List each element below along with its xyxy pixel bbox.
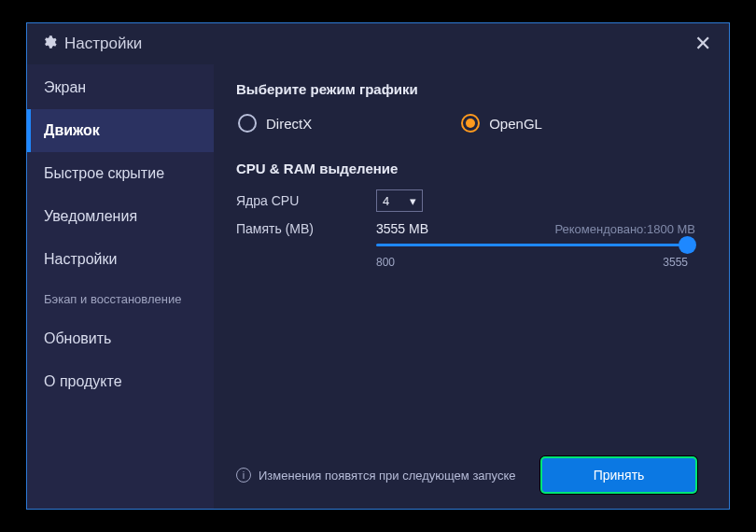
sidebar-item-label: Бэкап и восстановление: [44, 292, 181, 306]
cpu-row: Ядра CPU 4 ▾: [236, 189, 695, 212]
sidebar-item-about[interactable]: О продукте: [27, 360, 214, 403]
slider-track: [376, 244, 688, 246]
memory-recommended: Рекомендовано:1800 MB: [554, 222, 695, 236]
slider-labels: 800 3555: [376, 256, 688, 269]
radio-icon: [238, 114, 257, 133]
sidebar-item-engine[interactable]: Движок: [27, 109, 214, 152]
cpu-cores-select[interactable]: 4 ▾: [376, 189, 423, 212]
slider-min: 800: [376, 256, 395, 269]
memory-slider[interactable]: 800 3555: [376, 244, 695, 269]
settings-window: Настройки ✕ Экран Движок Быстрое скрытие…: [26, 22, 730, 510]
window-body: Экран Движок Быстрое скрытие Уведомления…: [27, 64, 729, 509]
gear-icon: [42, 35, 57, 53]
titlebar-left: Настройки: [42, 35, 142, 53]
sidebar-item-update[interactable]: Обновить: [27, 317, 214, 360]
memory-label: Память (MB): [236, 221, 376, 236]
radio-opengl[interactable]: OpenGL: [461, 114, 542, 133]
slider-thumb[interactable]: [679, 236, 696, 254]
sidebar-item-settings[interactable]: Настройки: [27, 238, 214, 281]
sidebar-item-label: Движок: [44, 122, 100, 138]
sidebar-item-label: Уведомления: [44, 208, 137, 224]
memory-value: 3555 MB: [376, 221, 516, 236]
sidebar-item-label: Экран: [44, 79, 86, 95]
content-panel: Выберите режим графики DirectX OpenGL CP…: [214, 64, 729, 509]
radio-label: OpenGL: [489, 116, 542, 132]
titlebar: Настройки ✕: [27, 23, 729, 64]
chevron-down-icon: ▾: [410, 194, 416, 208]
cpu-label: Ядра CPU: [236, 193, 376, 208]
info-icon: i: [236, 468, 251, 483]
accept-button-label: Принять: [594, 468, 645, 483]
close-icon: ✕: [694, 32, 711, 56]
graphics-heading: Выберите режим графики: [236, 81, 695, 97]
sidebar-item-label: Быстрое скрытие: [44, 165, 164, 181]
select-value: 4: [383, 194, 389, 208]
sidebar-item-label: О продукте: [44, 373, 122, 389]
restart-notice: Изменения появятся при следующем запуске: [259, 469, 516, 483]
radio-icon: [461, 114, 480, 133]
sidebar: Экран Движок Быстрое скрытие Уведомления…: [27, 64, 214, 509]
slider-max: 3555: [663, 256, 688, 269]
radio-directx[interactable]: DirectX: [238, 114, 312, 133]
radio-label: DirectX: [266, 116, 312, 132]
sidebar-item-screen[interactable]: Экран: [27, 66, 214, 109]
sidebar-item-quick-hide[interactable]: Быстрое скрытие: [27, 152, 214, 195]
sidebar-item-label: Обновить: [44, 330, 111, 346]
sidebar-item-notifications[interactable]: Уведомления: [27, 195, 214, 238]
graphics-radio-group: DirectX OpenGL: [236, 114, 695, 133]
resources-heading: CPU & RAM выделение: [236, 161, 695, 176]
memory-row: Память (MB) 3555 MB Рекомендовано:1800 M…: [236, 221, 695, 236]
radio-dot-icon: [466, 119, 475, 128]
window-title: Настройки: [64, 35, 142, 53]
sidebar-item-backup[interactable]: Бэкап и восстановление: [27, 281, 214, 317]
content-footer: i Изменения появятся при следующем запус…: [236, 447, 695, 509]
sidebar-item-label: Настройки: [44, 251, 117, 267]
accept-button[interactable]: Принять: [542, 458, 695, 492]
close-button[interactable]: ✕: [692, 33, 714, 55]
